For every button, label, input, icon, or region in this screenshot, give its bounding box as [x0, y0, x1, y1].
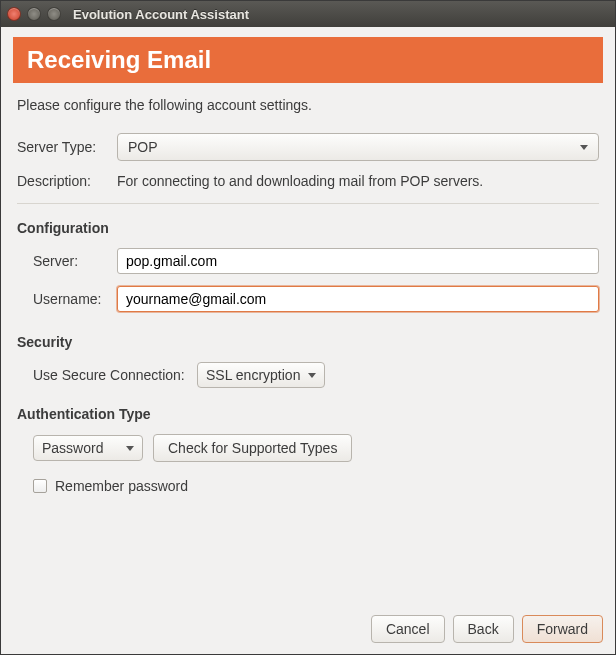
- server-label: Server:: [17, 253, 117, 269]
- back-button[interactable]: Back: [453, 615, 514, 643]
- page-title: Receiving Email: [27, 46, 211, 74]
- window-title: Evolution Account Assistant: [73, 7, 249, 22]
- window: Evolution Account Assistant Receiving Em…: [0, 0, 616, 655]
- remember-password-checkbox[interactable]: [33, 479, 47, 493]
- chevron-down-icon: [580, 145, 588, 150]
- security-title: Security: [17, 334, 599, 350]
- titlebar: Evolution Account Assistant: [1, 1, 615, 27]
- server-input[interactable]: [117, 248, 599, 274]
- configuration-title: Configuration: [17, 220, 599, 236]
- back-label: Back: [468, 621, 499, 637]
- secure-connection-dropdown[interactable]: SSL encryption: [197, 362, 325, 388]
- remember-password-label: Remember password: [55, 478, 188, 494]
- description-label: Description:: [17, 173, 117, 189]
- window-maximize-button[interactable]: [47, 7, 61, 21]
- chevron-down-icon: [126, 446, 134, 451]
- divider: [17, 203, 599, 204]
- server-type-value: POP: [128, 139, 158, 155]
- content-area: Receiving Email Please configure the fol…: [1, 27, 615, 602]
- auth-title: Authentication Type: [17, 406, 599, 422]
- footer: Cancel Back Forward: [1, 602, 615, 654]
- check-supported-types-button[interactable]: Check for Supported Types: [153, 434, 352, 462]
- check-supported-types-label: Check for Supported Types: [168, 440, 337, 456]
- username-input[interactable]: [117, 286, 599, 312]
- forward-label: Forward: [537, 621, 588, 637]
- secure-connection-label: Use Secure Connection:: [17, 367, 197, 383]
- page-header: Receiving Email: [13, 37, 603, 83]
- secure-connection-value: SSL encryption: [206, 367, 300, 383]
- server-type-dropdown[interactable]: POP: [117, 133, 599, 161]
- username-label: Username:: [17, 291, 117, 307]
- auth-type-dropdown[interactable]: Password: [33, 435, 143, 461]
- description-text: For connecting to and downloading mail f…: [117, 173, 483, 189]
- cancel-label: Cancel: [386, 621, 430, 637]
- window-close-button[interactable]: [7, 7, 21, 21]
- server-type-label: Server Type:: [17, 139, 117, 155]
- chevron-down-icon: [308, 373, 316, 378]
- window-minimize-button[interactable]: [27, 7, 41, 21]
- intro-text: Please configure the following account s…: [17, 97, 599, 113]
- cancel-button[interactable]: Cancel: [371, 615, 445, 643]
- auth-type-value: Password: [42, 440, 103, 456]
- forward-button[interactable]: Forward: [522, 615, 603, 643]
